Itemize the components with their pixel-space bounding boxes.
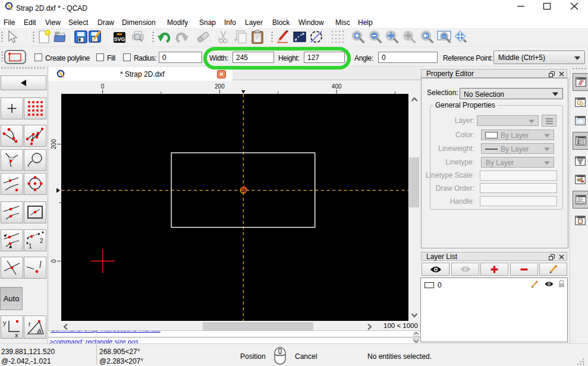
svg-text:2: 2 bbox=[40, 238, 43, 244]
svg-text:x: x bbox=[15, 332, 18, 338]
svg-text:r: r bbox=[29, 320, 31, 327]
svg-text:200: 200 bbox=[51, 139, 57, 149]
svg-text:400: 400 bbox=[332, 83, 342, 90]
svg-text:200: 200 bbox=[215, 83, 225, 90]
svg-text:a: a bbox=[38, 328, 42, 335]
svg-text:0: 0 bbox=[51, 259, 57, 263]
svg-text:0: 0 bbox=[101, 83, 105, 90]
svg-text:y: y bbox=[3, 319, 7, 326]
svg-text:SVG: SVG bbox=[114, 36, 125, 42]
svg-text:1: 1 bbox=[29, 243, 32, 250]
